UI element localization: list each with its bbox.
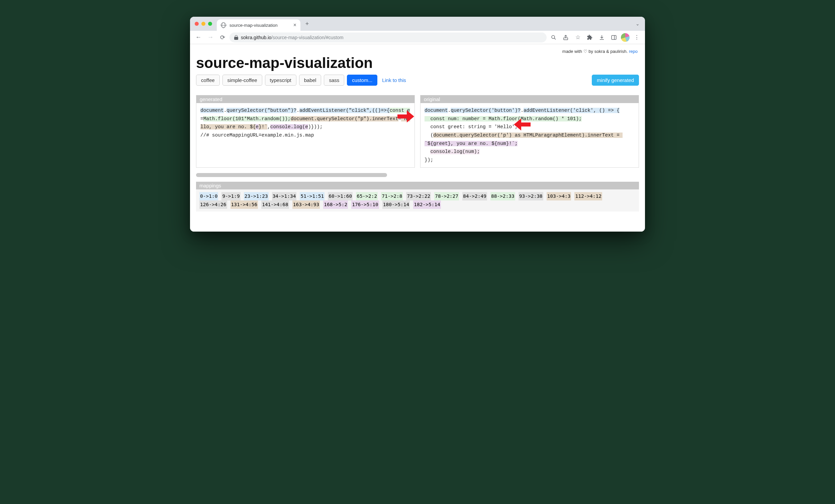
close-window-button[interactable] [195, 22, 199, 26]
mapping-token[interactable]: 131->4:56 [230, 200, 258, 209]
svg-rect-4 [612, 36, 616, 40]
repo-link[interactable]: repo [629, 49, 638, 54]
maximize-window-button[interactable] [208, 22, 212, 26]
mapping-token[interactable]: 51->1:51 [300, 192, 325, 200]
babel-button[interactable]: babel [299, 75, 322, 86]
mapping-token[interactable]: 9->1:9 [222, 192, 240, 200]
mapping-token[interactable]: 88->2:33 [490, 192, 515, 200]
toolbar-row: coffee simple-coffee typescript babel sa… [196, 75, 639, 86]
svg-line-1 [554, 38, 556, 39]
url-host: sokra.github.io [241, 35, 271, 40]
original-header: original [421, 95, 639, 103]
forward-button[interactable]: → [205, 33, 216, 42]
downloads-icon[interactable] [597, 33, 607, 42]
mapping-token[interactable]: 163->4:93 [292, 200, 320, 209]
profile-avatar[interactable] [621, 33, 630, 42]
mappings-section: mappings 0->1:09->1:923->1:2334->1:3451-… [196, 182, 639, 211]
mapping-token[interactable]: 103->4:3 [547, 192, 571, 200]
share-icon[interactable] [561, 33, 571, 42]
lock-icon [234, 35, 238, 40]
original-code[interactable]: document.querySelector('button')?.addEve… [425, 106, 635, 164]
mapping-token[interactable]: 168->5:2 [323, 200, 348, 209]
globe-icon [221, 22, 226, 28]
mapping-token[interactable]: 93->2:38 [518, 192, 543, 200]
new-tab-button[interactable]: + [302, 19, 312, 28]
browser-toolbar: ← → ⟳ sokra.github.io/source-map-visuali… [190, 31, 645, 44]
code-panels: generated document.querySelector("button… [196, 95, 639, 168]
mapping-token[interactable]: 84->2:49 [462, 192, 487, 200]
url-path: /source-map-visualization/#custom [271, 35, 344, 40]
extensions-icon[interactable] [585, 33, 595, 42]
generated-header: generated [196, 95, 414, 103]
typescript-button[interactable]: typescript [265, 75, 297, 86]
mapping-token[interactable]: 182->5:14 [413, 200, 441, 209]
mapping-token[interactable]: 126->4:26 [199, 200, 227, 209]
generated-panel: generated document.querySelector("button… [196, 95, 415, 168]
reload-button[interactable]: ⟳ [218, 33, 227, 42]
menu-icon[interactable]: ⋮ [632, 33, 641, 42]
tabs-dropdown-button[interactable]: ⌄ [636, 21, 639, 26]
generated-code[interactable]: document.querySelector("button")?.addEve… [200, 106, 410, 140]
close-tab-button[interactable]: × [293, 22, 297, 28]
mapping-token[interactable]: 78->2:27 [434, 192, 459, 200]
link-to-this[interactable]: Link to this [382, 77, 406, 83]
mapping-token[interactable]: 176->5:10 [351, 200, 379, 209]
search-icon[interactable] [549, 33, 559, 42]
back-button[interactable]: ← [194, 33, 203, 42]
heart-icon: ♡ [584, 49, 587, 54]
credit-line: made with ♡ by sokra & paulirish. repo [196, 49, 638, 54]
minify-button[interactable]: minify generated [592, 75, 639, 86]
coffee-button[interactable]: coffee [196, 75, 220, 86]
mappings-body[interactable]: 0->1:09->1:923->1:2334->1:3451->1:5160->… [196, 189, 639, 211]
custom-button[interactable]: custom... [347, 75, 378, 86]
address-bar[interactable]: sokra.github.io/source-map-visualization… [229, 33, 547, 42]
original-panel: original document.querySelector('button'… [420, 95, 639, 168]
mapping-token[interactable]: 141->4:68 [261, 200, 289, 209]
sass-button[interactable]: sass [324, 75, 344, 86]
mappings-header: mappings [196, 182, 639, 189]
mapping-token[interactable]: 60->1:60 [328, 192, 352, 200]
bookmark-star-icon[interactable]: ☆ [573, 33, 583, 42]
mapping-token[interactable]: 73->2:22 [406, 192, 431, 200]
simple-coffee-button[interactable]: simple-coffee [222, 75, 262, 86]
mapping-token[interactable]: 0->1:0 [199, 192, 218, 200]
window-controls [195, 22, 212, 26]
browser-tab[interactable]: source-map-visualization × [217, 19, 300, 31]
page-title: source-map-visualization [196, 55, 639, 71]
minimize-window-button[interactable] [201, 22, 205, 26]
mapping-token[interactable]: 65->2:2 [356, 192, 378, 200]
tab-title: source-map-visualization [229, 23, 278, 28]
side-panel-icon[interactable] [609, 33, 619, 42]
mapping-token[interactable]: 112->4:12 [574, 192, 602, 200]
tab-strip: source-map-visualization × + ⌄ [190, 17, 645, 31]
mapping-token[interactable]: 71->2:8 [381, 192, 403, 200]
browser-window: source-map-visualization × + ⌄ ← → ⟳ sok… [190, 17, 645, 231]
mapping-token[interactable]: 23->1:23 [244, 192, 269, 200]
mapping-token[interactable]: 34->1:34 [272, 192, 297, 200]
svg-point-0 [552, 36, 555, 39]
horizontal-scrollbar[interactable] [196, 173, 413, 177]
page-content: made with ♡ by sokra & paulirish. repo s… [190, 44, 645, 231]
mapping-token[interactable]: 180->5:14 [382, 200, 410, 209]
